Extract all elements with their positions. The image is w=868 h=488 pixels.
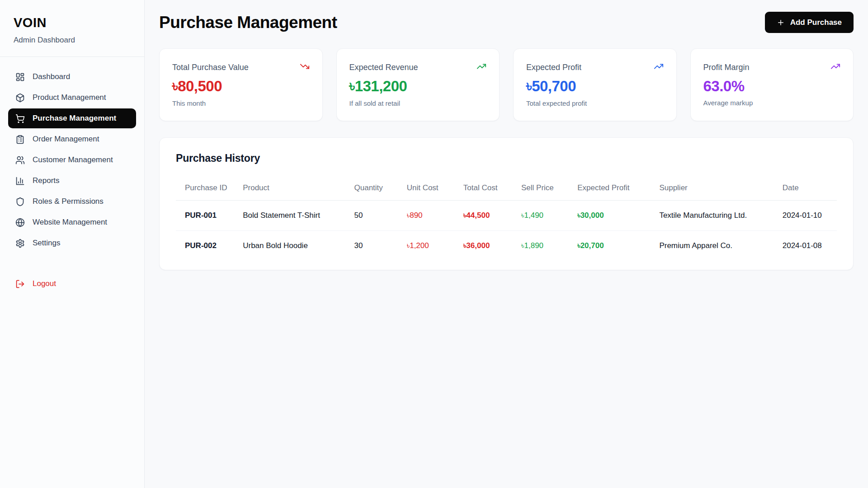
sidebar-item-settings[interactable]: Settings [8,233,136,253]
page-header: Purchase Management Add Purchase [159,12,854,33]
stat-value: ৳80,500 [172,78,310,95]
stat-label: Profit Margin [703,63,750,72]
globe-icon [15,218,25,227]
bar-chart-icon [15,176,25,186]
sidebar-item-label: Customer Management [33,155,113,164]
cell-sell-price: ৳1,490 [521,201,577,231]
sidebar-item-label: Order Management [33,135,99,144]
col-header-total-cost: Total Cost [463,175,521,201]
cell-purchase-id: PUR-001 [176,201,243,231]
table-header-row: Purchase ID Product Quantity Unit Cost T… [176,175,837,201]
table-row: PUR-001 Bold Statement T-Shirt 50 ৳890 ৳… [176,201,837,231]
cell-sell-price: ৳1,890 [521,231,577,261]
trending-up-icon [476,61,486,73]
sidebar-item-label: Dashboard [33,72,70,81]
sidebar-item-label: Purchase Management [33,114,116,123]
cell-quantity: 30 [354,231,407,261]
sidebar-item-website-management[interactable]: Website Management [8,212,136,232]
col-header-sell-price: Sell Price [521,175,577,201]
cell-expected-profit: ৳30,000 [577,201,659,231]
sidebar-item-customer-management[interactable]: Customer Management [8,150,136,170]
col-header-purchase-id: Purchase ID [176,175,243,201]
stat-subtitle: Total expected profit [526,99,664,107]
col-header-supplier: Supplier [659,175,782,201]
trending-up-icon [830,61,840,73]
dashboard-icon [15,72,25,82]
col-header-date: Date [783,175,837,201]
cell-date: 2024-01-08 [783,231,837,261]
shield-icon [15,197,25,206]
sidebar: VOIN Admin Dashboard Dashboard Product M… [0,0,145,488]
cell-unit-cost: ৳890 [407,201,463,231]
sidebar-item-roles-permissions[interactable]: Roles & Permissions [8,192,136,211]
logout-button[interactable]: Logout [8,274,136,294]
cell-date: 2024-01-10 [783,201,837,231]
cell-total-cost: ৳44,500 [463,201,521,231]
cell-supplier: Textile Manufacturing Ltd. [659,201,782,231]
stat-card-total-purchase-value: Total Purchase Value ৳80,500 This month [159,48,323,121]
col-header-expected-profit: Expected Profit [577,175,659,201]
stat-subtitle: If all sold at retail [349,99,487,107]
cell-unit-cost: ৳1,200 [407,231,463,261]
trending-down-icon [300,61,310,73]
cell-supplier: Premium Apparel Co. [659,231,782,261]
cell-purchase-id: PUR-002 [176,231,243,261]
sidebar-item-purchase-management[interactable]: Purchase Management [8,108,136,128]
sidebar-item-reports[interactable]: Reports [8,171,136,191]
brand-subtitle: Admin Dashboard [14,36,131,45]
clipboard-list-icon [15,135,25,144]
add-purchase-label: Add Purchase [790,18,842,27]
package-icon [15,93,25,103]
stat-subtitle: Average markup [703,99,841,107]
sidebar-item-label: Reports [33,176,60,185]
gear-icon [15,239,25,248]
stat-card-profit-margin: Profit Margin 63.0% Average markup [690,48,854,121]
sidebar-item-label: Settings [33,239,60,248]
sidebar-header: VOIN Admin Dashboard [0,0,144,57]
shopping-cart-icon [15,114,25,123]
col-header-quantity: Quantity [354,175,407,201]
sidebar-item-order-management[interactable]: Order Management [8,129,136,149]
purchase-history-card: Purchase History Purchase ID Product Qua… [159,137,854,270]
stat-card-expected-revenue: Expected Revenue ৳131,200 If all sold at… [336,48,500,121]
stats-row: Total Purchase Value ৳80,500 This month … [159,48,854,121]
cell-quantity: 50 [354,201,407,231]
col-header-product: Product [243,175,354,201]
sidebar-item-label: Roles & Permissions [33,197,104,206]
main-content: Purchase Management Add Purchase Total P… [145,0,868,488]
stat-card-expected-profit: Expected Profit ৳50,700 Total expected p… [513,48,677,121]
table-row: PUR-002 Urban Bold Hoodie 30 ৳1,200 ৳36,… [176,231,837,261]
stat-subtitle: This month [172,99,310,107]
logout-icon [15,279,25,289]
brand-logo: VOIN [14,15,131,30]
stat-value: ৳50,700 [526,78,664,95]
stat-label: Expected Revenue [349,63,418,72]
trending-up-icon [654,61,664,73]
plus-icon [777,19,785,27]
stat-value: 63.0% [703,78,841,95]
cell-expected-profit: ৳20,700 [577,231,659,261]
sidebar-item-label: Website Management [33,218,107,227]
logout-label: Logout [33,279,56,288]
purchase-history-title: Purchase History [176,152,837,164]
purchase-history-table: Purchase ID Product Quantity Unit Cost T… [176,175,837,261]
add-purchase-button[interactable]: Add Purchase [765,12,854,33]
sidebar-item-label: Product Management [33,93,106,102]
col-header-unit-cost: Unit Cost [407,175,463,201]
sidebar-nav: Dashboard Product Management Purchase Ma… [0,57,144,295]
page-title: Purchase Management [159,13,337,32]
cell-product: Urban Bold Hoodie [243,231,354,261]
app-root: VOIN Admin Dashboard Dashboard Product M… [0,0,868,488]
sidebar-item-product-management[interactable]: Product Management [8,88,136,108]
users-icon [15,155,25,165]
stat-label: Expected Profit [526,63,581,72]
cell-total-cost: ৳36,000 [463,231,521,261]
stat-label: Total Purchase Value [172,63,249,72]
cell-product: Bold Statement T-Shirt [243,201,354,231]
sidebar-item-dashboard[interactable]: Dashboard [8,67,136,87]
stat-value: ৳131,200 [349,78,487,95]
